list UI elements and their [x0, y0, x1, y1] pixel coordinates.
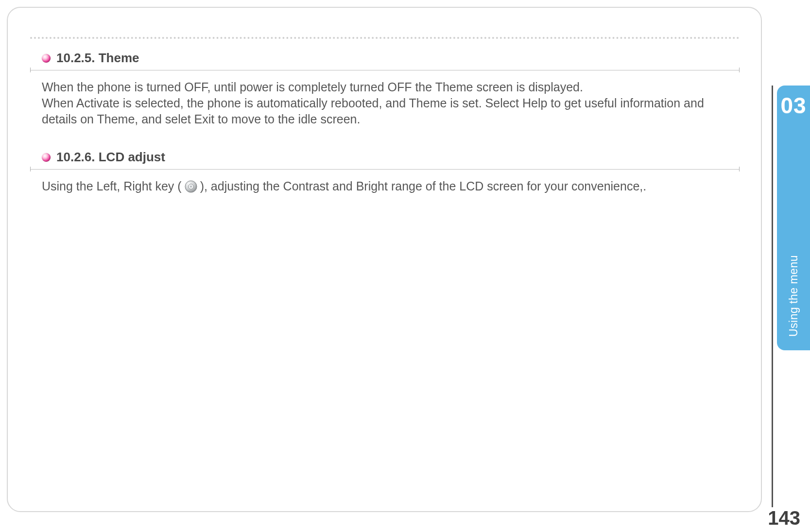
section-rule — [30, 69, 740, 72]
section-title: 10.2.6. LCD adjust — [56, 150, 165, 165]
section-head: 10.2.6. LCD adjust — [30, 150, 740, 165]
section-body: When the phone is turned OFF, until powe… — [30, 79, 740, 127]
chapter-label: Using the menu — [787, 255, 800, 337]
bullet-icon — [42, 153, 51, 162]
body-text-after: ), adjusting the Contrast and Bright ran… — [200, 178, 647, 194]
section-lcd-adjust: 10.2.6. LCD adjust Using the Left, Right… — [30, 150, 740, 194]
section-body: Using the Left, Right key ( ), adj — [30, 178, 740, 194]
svg-point-2 — [190, 185, 192, 187]
nav-key-icon — [185, 180, 197, 193]
section-head: 10.2.5. Theme — [30, 51, 740, 66]
page-frame: 10.2.5. Theme When the phone is turned O… — [7, 7, 762, 512]
dotted-divider — [30, 37, 740, 39]
page-number: 143 — [768, 507, 800, 529]
vertical-rule — [772, 86, 773, 507]
tab-label-wrap: Using the menu — [777, 119, 810, 340]
section-title: 10.2.5. Theme — [56, 51, 139, 66]
body-text-before: Using the Left, Right key ( — [42, 178, 182, 194]
section-theme: 10.2.5. Theme When the phone is turned O… — [30, 51, 740, 127]
chapter-number: 03 — [780, 92, 806, 119]
chapter-side-tab: 03 Using the menu — [777, 86, 810, 350]
section-rule — [30, 168, 740, 172]
bullet-icon — [42, 54, 51, 63]
